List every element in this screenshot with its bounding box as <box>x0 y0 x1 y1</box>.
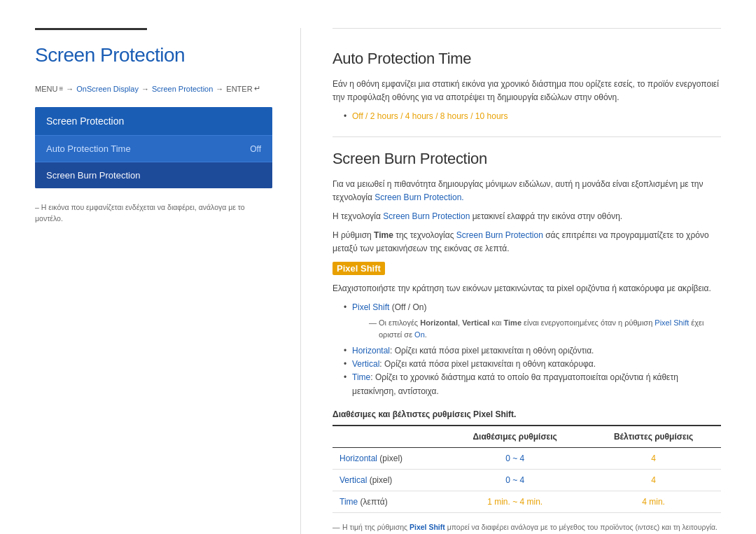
vertical-link: Vertical <box>352 359 379 369</box>
top-line-decoration <box>35 28 147 30</box>
table-cell-time-best: 4 min. <box>586 491 721 512</box>
table-cell-horizontal-best: 4 <box>586 447 721 469</box>
table-title: Διαθέσιμες και βέλτιστες ρυθμίσεις Pixel… <box>332 409 721 419</box>
pixel-shift-link: Pixel Shift <box>352 302 389 312</box>
time-link: Time <box>352 372 370 382</box>
time-bold2: Time <box>504 318 522 327</box>
table-header-label <box>332 426 444 448</box>
screen-burn-link-2: Screen Burn Protection <box>383 211 470 221</box>
enter-icon: ↵ <box>254 84 260 93</box>
nav-item-screen-burn[interactable]: Screen Burn Protection <box>35 162 272 188</box>
pixel-shift-desc: Ελαχιστοποιήστε την κράτηση των εικόνων … <box>332 282 721 295</box>
pixel-shift-badge: Pixel Shift <box>332 262 385 275</box>
page-title: Screen Protection <box>35 44 272 66</box>
time-bold: Time <box>374 230 393 240</box>
screen-burn-link-1: Screen Burn Protection. <box>374 192 463 202</box>
bullet-horizontal: Horizontal: Ορίζει κατά πόσα pixel μετακ… <box>344 344 721 358</box>
pixel-shift-footnote-link: Pixel Shift <box>410 523 445 531</box>
table-row-vertical: Vertical (pixel) 0 ~ 4 4 <box>332 469 721 491</box>
bullet-vertical: Vertical: Ορίζει κατά πόσα pixel μετακιν… <box>344 358 721 371</box>
pixel-shift-onoff: (Off / On) <box>389 302 426 312</box>
table-cell-time-label: Time (λεπτά) <box>332 491 444 512</box>
arrow-2: → <box>141 85 149 93</box>
pixel-shift-sub-item: Οι επιλογές Horizontal, Vertical και Tim… <box>369 317 721 342</box>
table-cell-horizontal-label: Horizontal (pixel) <box>332 447 444 469</box>
pixel-shift-table: Διαθέσιμες ρυθμίσεις Βέλτιστες ρυθμίσεις… <box>332 425 721 513</box>
table-cell-time-available: 1 min. ~ 4 min. <box>444 491 586 512</box>
left-footnote: – Η εικόνα που εμφανίζεται ενδέχεται να … <box>35 202 272 225</box>
table-cell-horizontal-available: 0 ~ 4 <box>444 447 586 469</box>
time-range: 1 min. ~ 4 min. <box>487 497 542 507</box>
horizontal-bold: Horizontal <box>420 318 458 327</box>
nav-item-auto-protection-label: Auto Protection Time <box>46 143 131 154</box>
nav-menu: Screen Protection Auto Protection Time O… <box>35 107 272 188</box>
nav-menu-title: Screen Protection <box>35 107 272 135</box>
table-header-best: Βέλτιστες ρυθμίσεις <box>586 426 721 448</box>
nav-item-screen-burn-label: Screen Burn Protection <box>46 170 140 181</box>
table-row-horizontal: Horizontal (pixel) 0 ~ 4 4 <box>332 447 721 469</box>
arrow-3: → <box>216 85 223 93</box>
menu-icon: ≡ <box>59 85 63 92</box>
page-container: Screen Protection MENU ≡ → OnScreen Disp… <box>0 0 756 534</box>
menu-path: MENU ≡ → OnScreen Display → Screen Prote… <box>35 84 272 93</box>
pixel-shift-link2: Pixel Shift <box>654 318 689 327</box>
vertical-bold: Vertical <box>462 318 489 327</box>
time-table-link: Time <box>340 497 358 507</box>
horizontal-table-link: Horizontal <box>340 454 377 463</box>
right-top-line <box>332 28 721 29</box>
table-header-row: Διαθέσιμες ρυθμίσεις Βέλτιστες ρυθμίσεις <box>332 426 721 448</box>
pixel-shift-bullets: Pixel Shift (Off / On) Οι επιλογές Horiz… <box>344 301 721 398</box>
menu-path-onscreen: OnScreen Display <box>76 85 139 93</box>
time-best: 4 min. <box>642 497 665 507</box>
section-divider-1 <box>332 136 721 137</box>
menu-path-screen-protection: Screen Protection <box>152 85 213 93</box>
auto-protection-options: Off / 2 hours / 4 hours / 8 hours / 10 h… <box>344 110 721 123</box>
table-cell-vertical-best: 4 <box>586 469 721 491</box>
table-row-time: Time (λεπτά) 1 min. ~ 4 min. 4 min. <box>332 491 721 512</box>
footnote-right-1: Η τιμή της ρύθμισης Pixel Shift μπορεί ν… <box>332 521 721 533</box>
table-cell-vertical-available: 0 ~ 4 <box>444 469 586 491</box>
bullet-time: Time: Ορίζει το χρονικό διάστημα κατά το… <box>344 371 721 398</box>
bullet-pixel-shift-on-off: Pixel Shift (Off / On) Οι επιλογές Horiz… <box>344 301 721 342</box>
nav-item-auto-protection[interactable]: Auto Protection Time Off <box>35 135 272 162</box>
options-label: Off / 2 hours / 4 hours / 8 hours / 10 h… <box>352 111 508 121</box>
left-panel: Screen Protection MENU ≡ → OnScreen Disp… <box>35 28 301 534</box>
horizontal-range: 0 ~ 4 <box>505 454 524 463</box>
menu-path-enter: ENTER <box>226 85 252 93</box>
screen-burn-desc1: Για να μειωθεί η πιθανότητα δημιουργίας … <box>332 178 721 204</box>
screen-burn-title: Screen Burn Protection <box>332 150 721 168</box>
menu-label: MENU <box>35 85 57 93</box>
right-panel: Auto Protection Time Εάν η οθόνη εμφανίζ… <box>301 28 721 534</box>
screen-burn-desc2: Η τεχνολογία Screen Burn Protection μετα… <box>332 210 721 223</box>
pixel-shift-sub: Οι επιλογές Horizontal, Vertical και Tim… <box>369 317 721 342</box>
vertical-best: 4 <box>651 475 656 485</box>
table-header-available: Διαθέσιμες ρυθμίσεις <box>444 426 586 448</box>
arrow-1: → <box>66 85 74 93</box>
auto-protection-desc: Εάν η οθόνη εμφανίζει μια στατική εικόνα… <box>332 78 721 104</box>
vertical-table-link: Vertical <box>340 475 367 485</box>
screen-burn-link-3: Screen Burn Protection <box>456 230 543 240</box>
vertical-range: 0 ~ 4 <box>505 475 524 485</box>
horizontal-link: Horizontal <box>352 346 390 356</box>
screen-burn-desc3: Η ρύθμιση Time της τεχνολογίας Screen Bu… <box>332 229 721 255</box>
nav-item-auto-protection-value: Off <box>250 144 261 154</box>
on-link: On <box>414 330 425 339</box>
auto-protection-title: Auto Protection Time <box>332 50 721 68</box>
horizontal-best: 4 <box>651 454 656 463</box>
table-cell-vertical-label: Vertical (pixel) <box>332 469 444 491</box>
